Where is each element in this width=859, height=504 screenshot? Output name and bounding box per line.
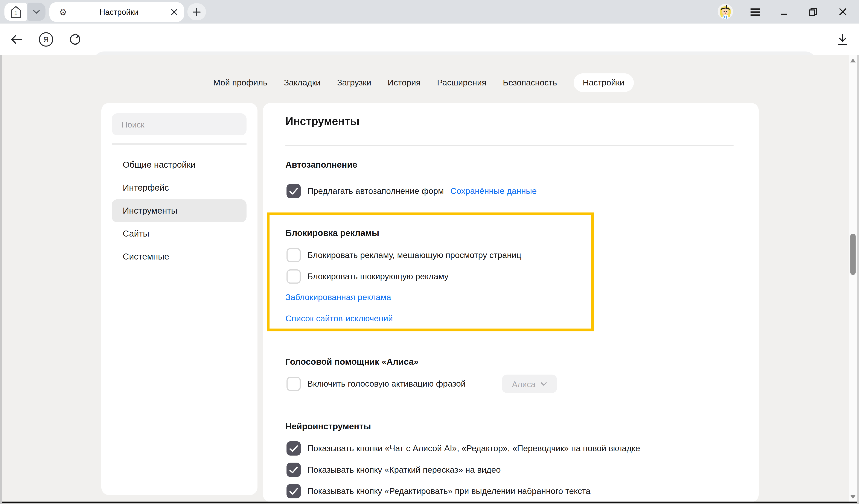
back-arrow-icon <box>10 34 22 44</box>
nav-item-history[interactable]: История <box>388 73 421 92</box>
alice-heading: Голосовой помощник «Алиса» <box>285 357 419 367</box>
sidebar-item-interface[interactable]: Интерфейс <box>112 176 246 199</box>
block-intrusive-ads-label[interactable]: Блокировать рекламу, мешающую просмотру … <box>307 250 521 260</box>
window-bottom-border <box>0 503 859 504</box>
window-left-edge <box>0 56 2 504</box>
site-exceptions-link[interactable]: Список сайтов-исключений <box>285 314 393 324</box>
blocked-ads-link[interactable]: Заблокированная реклама <box>285 292 391 302</box>
neuro-row-2: Показывать кнопку «Краткий пересказ» на … <box>286 463 501 477</box>
settings-nav: Мой профиль Закладки Загрузки История Ра… <box>0 73 847 92</box>
svg-text:1: 1 <box>14 9 17 16</box>
autofill-heading: Автозаполнение <box>285 160 357 170</box>
show-video-summary-checkbox[interactable] <box>286 463 301 477</box>
alice-phrase-value: Алиса <box>512 379 536 388</box>
new-tab-button[interactable] <box>187 3 206 20</box>
reload-icon <box>69 33 81 46</box>
search-input[interactable] <box>112 113 246 135</box>
show-alice-chat-buttons-label[interactable]: Показывать кнопки «Чат с Алисой AI», «Ре… <box>307 443 640 453</box>
svg-text:Я: Я <box>43 35 49 44</box>
nav-item-security[interactable]: Безопасность <box>503 73 557 92</box>
saved-data-link[interactable]: Сохранённые данные <box>450 186 537 196</box>
checkmark-icon <box>289 188 298 195</box>
browser-menu-button[interactable] <box>744 0 766 24</box>
window-minimize-button[interactable] <box>773 0 795 24</box>
avatar-girl-image <box>718 4 733 19</box>
sidebar-item-system[interactable]: Системные <box>112 245 246 268</box>
chevron-down-icon <box>541 382 547 386</box>
autofill-row: Предлагать автозаполнение форм Сохранённ… <box>286 184 537 198</box>
tab-counter-button[interactable]: 1 <box>4 3 27 21</box>
checkmark-icon <box>289 445 298 452</box>
show-edit-button-checkbox[interactable] <box>286 484 301 498</box>
neuro-row-1: Показывать кнопки «Чат с Алисой AI», «Ре… <box>286 441 640 456</box>
sidebar-divider <box>112 143 246 144</box>
neuro-heading: Нейроинструменты <box>285 422 371 431</box>
minimize-icon <box>780 8 788 16</box>
nav-item-profile[interactable]: Мой профиль <box>213 73 267 92</box>
adblock-highlight-box: Блокировка рекламы Блокировать рекламу, … <box>267 213 594 332</box>
gear-favicon-icon: ⚙ <box>59 7 67 17</box>
show-video-summary-label[interactable]: Показывать кнопку «Краткий пересказ» на … <box>307 465 501 475</box>
reload-button[interactable] <box>63 24 87 56</box>
browser-window: 1 ⚙ Настройки <box>0 0 859 504</box>
page-scrollbar[interactable] <box>849 56 857 504</box>
sidebar-item-general[interactable]: Общие настройки <box>112 153 246 176</box>
nav-item-downloads[interactable]: Загрузки <box>337 73 371 92</box>
window-restore-button[interactable] <box>802 0 824 24</box>
settings-main-panel: Инструменты Автозаполнение Предлагать ав… <box>263 103 759 502</box>
show-alice-chat-buttons-checkbox[interactable] <box>286 441 301 456</box>
window-bottom-edge <box>2 502 857 504</box>
alice-row: Включить голосовую активацию фразой <box>286 377 466 391</box>
scrollbar-up-arrow-icon[interactable] <box>850 59 856 62</box>
title-divider <box>285 145 734 146</box>
adblock-heading: Блокировка рекламы <box>285 228 379 238</box>
sidebar-item-sites[interactable]: Сайты <box>112 223 246 245</box>
scrollbar-down-arrow-icon[interactable] <box>850 495 856 499</box>
block-shocking-ads-label[interactable]: Блокировать шокирующую рекламу <box>307 272 448 281</box>
nav-item-extensions[interactable]: Расширения <box>437 73 486 92</box>
tab-close-icon[interactable] <box>171 9 178 15</box>
profile-avatar[interactable] <box>718 4 733 19</box>
browser-toolbar: Я settings Настройки <box>0 24 859 56</box>
autofill-checkbox[interactable] <box>286 184 301 198</box>
back-button[interactable] <box>4 24 28 56</box>
voice-activation-checkbox[interactable] <box>286 377 301 391</box>
hamburger-menu-icon <box>750 8 760 16</box>
tab-counter-control[interactable]: 1 <box>4 3 45 21</box>
window-right-edge <box>857 56 859 504</box>
tab-counter-shield-icon: 1 <box>10 5 21 18</box>
adblock-row-1: Блокировать рекламу, мешающую просмотру … <box>286 248 521 262</box>
alice-phrase-dropdown[interactable]: Алиса <box>502 375 557 393</box>
close-icon <box>839 8 846 16</box>
nav-item-settings[interactable]: Настройки <box>573 73 634 92</box>
browser-tab-settings[interactable]: ⚙ Настройки <box>49 2 184 22</box>
download-icon <box>837 34 848 45</box>
plus-icon <box>192 7 201 16</box>
nav-item-bookmarks[interactable]: Закладки <box>284 73 321 92</box>
block-intrusive-ads-checkbox[interactable] <box>286 248 301 262</box>
neuro-row-3: Показывать кнопку «Редактировать» при вы… <box>286 484 590 498</box>
block-shocking-ads-checkbox[interactable] <box>286 270 301 284</box>
restore-icon <box>809 7 817 16</box>
voice-activation-label[interactable]: Включить голосовую активацию фразой <box>307 379 466 389</box>
adblock-row-2: Блокировать шокирующую рекламу <box>286 270 448 284</box>
page-title: Инструменты <box>285 115 360 128</box>
yandex-home-button[interactable]: Я <box>34 24 58 56</box>
downloads-button[interactable] <box>830 24 855 56</box>
window-close-button[interactable] <box>831 0 854 24</box>
autofill-checkbox-label[interactable]: Предлагать автозаполнение форм <box>307 186 444 196</box>
yandex-logo-icon: Я <box>39 32 54 47</box>
settings-sidebar: Общие настройки Интерфейс Инструменты Са… <box>101 103 257 495</box>
tab-list-chevron-button[interactable] <box>28 3 46 21</box>
tab-strip: 1 ⚙ Настройки <box>0 0 859 24</box>
checkmark-icon <box>289 488 298 495</box>
scrollbar-thumb[interactable] <box>850 234 856 275</box>
sidebar-item-tools[interactable]: Инструменты <box>112 199 246 223</box>
show-edit-button-label[interactable]: Показывать кнопку «Редактировать» при вы… <box>307 486 590 496</box>
tab-title: Настройки <box>67 8 171 17</box>
chevron-down-icon <box>33 10 40 14</box>
checkmark-icon <box>289 466 298 473</box>
